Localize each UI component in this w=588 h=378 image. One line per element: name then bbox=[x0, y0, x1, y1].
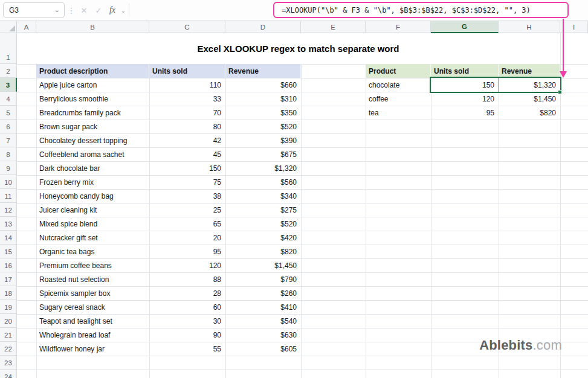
cell-C17[interactable]: 88 bbox=[149, 272, 225, 286]
header-cell-G2[interactable]: Units sold bbox=[431, 64, 499, 78]
cell-B8[interactable]: Coffeeblend aroma sachet bbox=[36, 147, 149, 161]
cell-H5[interactable]: $820 bbox=[499, 106, 560, 120]
cell-B9[interactable]: Dark chocolate bar bbox=[36, 161, 149, 175]
cell-C21[interactable]: 90 bbox=[149, 328, 225, 342]
cell-B18[interactable]: Spicemix sampler box bbox=[36, 286, 149, 300]
cell-C4[interactable]: 33 bbox=[149, 92, 225, 106]
row-header-6[interactable]: 6 bbox=[0, 120, 17, 133]
cell-D3[interactable]: $660 bbox=[225, 78, 301, 92]
enter-icon[interactable]: ✓ bbox=[91, 0, 106, 21]
row-header-11[interactable]: 11 bbox=[0, 189, 17, 203]
row-header-18[interactable]: 18 bbox=[0, 286, 17, 300]
cell-B19[interactable]: Sugary cereal snack bbox=[36, 300, 149, 314]
cell-B11[interactable]: Honeycomb candy bag bbox=[36, 189, 149, 203]
header-cell-C2[interactable]: Units sold bbox=[149, 64, 225, 78]
cell-D14[interactable]: $420 bbox=[225, 231, 301, 245]
cell-D16[interactable]: $1,450 bbox=[225, 258, 301, 272]
row-header-8[interactable]: 8 bbox=[0, 147, 17, 161]
cell-D5[interactable]: $350 bbox=[225, 106, 301, 120]
cell-D18[interactable]: $260 bbox=[225, 286, 301, 300]
cell-C22[interactable]: 55 bbox=[149, 342, 225, 356]
cell-D9[interactable]: $1,320 bbox=[225, 161, 301, 175]
column-header-D[interactable]: D bbox=[225, 21, 301, 33]
cell-C5[interactable]: 70 bbox=[149, 106, 225, 120]
row-header-14[interactable]: 14 bbox=[0, 231, 17, 245]
row-header-13[interactable]: 13 bbox=[0, 217, 17, 231]
cell-C10[interactable]: 75 bbox=[149, 175, 225, 189]
cell-C15[interactable]: 95 bbox=[149, 245, 225, 258]
cell-G4[interactable]: 120 bbox=[431, 92, 499, 106]
cell-F4[interactable]: coffee bbox=[366, 92, 431, 106]
cell-D10[interactable]: $560 bbox=[225, 175, 301, 189]
cell-B14[interactable]: Nutcracker gift set bbox=[36, 231, 149, 245]
cell-C3[interactable]: 110 bbox=[149, 78, 225, 92]
row-header-5[interactable]: 5 bbox=[0, 106, 17, 120]
row-header-1[interactable]: 1 bbox=[0, 33, 17, 64]
cell-B21[interactable]: Wholegrain bread loaf bbox=[36, 328, 149, 342]
row-header-15[interactable]: 15 bbox=[0, 245, 17, 258]
insert-function-icon[interactable]: fx bbox=[106, 0, 119, 21]
row-header-12[interactable]: 12 bbox=[0, 203, 17, 217]
cell-D11[interactable]: $340 bbox=[225, 189, 301, 203]
column-header-H[interactable]: H bbox=[499, 21, 560, 33]
column-header-B[interactable]: B bbox=[36, 21, 149, 33]
select-all-corner[interactable] bbox=[0, 21, 17, 33]
cell-C11[interactable]: 38 bbox=[149, 189, 225, 203]
cell-C13[interactable]: 65 bbox=[149, 217, 225, 231]
row-header-16[interactable]: 16 bbox=[0, 258, 17, 272]
cell-C20[interactable]: 30 bbox=[149, 314, 225, 328]
cell-D13[interactable]: $520 bbox=[225, 217, 301, 231]
row-header-23[interactable]: 23 bbox=[0, 356, 17, 370]
cell-D8[interactable]: $675 bbox=[225, 147, 301, 161]
row-header-22[interactable]: 22 bbox=[0, 342, 17, 356]
cell-D4[interactable]: $310 bbox=[225, 92, 301, 106]
fx-dropdown-icon[interactable]: ⌄ bbox=[119, 0, 128, 21]
header-cell-F2[interactable]: Product bbox=[366, 64, 431, 78]
name-box[interactable]: G3 ⌄ bbox=[3, 2, 65, 18]
row-header-4[interactable]: 4 bbox=[0, 92, 17, 106]
cell-C9[interactable]: 150 bbox=[149, 161, 225, 175]
cell-B16[interactable]: Premium coffee beans bbox=[36, 258, 149, 272]
cell-D12[interactable]: $275 bbox=[225, 203, 301, 217]
row-header-2[interactable]: 2 bbox=[0, 64, 17, 78]
row-header-3[interactable]: 3 bbox=[0, 78, 17, 92]
row-header-20[interactable]: 20 bbox=[0, 314, 17, 328]
spreadsheet-grid[interactable]: Excel XLOOKUP regex to match separate wo… bbox=[0, 21, 588, 378]
column-header-I[interactable]: I bbox=[560, 21, 588, 33]
cell-B17[interactable]: Roasted nut selection bbox=[36, 272, 149, 286]
cell-C14[interactable]: 20 bbox=[149, 231, 225, 245]
cell-B12[interactable]: Juicer cleaning kit bbox=[36, 203, 149, 217]
cell-H4[interactable]: $1,450 bbox=[499, 92, 560, 106]
cell-D6[interactable]: $520 bbox=[225, 120, 301, 133]
formula-input[interactable]: =XLOOKUP("\b" & F3 & "\b", $B$3:$B$22, $… bbox=[273, 2, 569, 18]
cell-C16[interactable]: 120 bbox=[149, 258, 225, 272]
cell-F5[interactable]: tea bbox=[366, 106, 431, 120]
row-header-24[interactable]: 24 bbox=[0, 370, 17, 378]
cell-D17[interactable]: $790 bbox=[225, 272, 301, 286]
cell-D21[interactable]: $630 bbox=[225, 328, 301, 342]
cell-B13[interactable]: Mixed spice blend bbox=[36, 217, 149, 231]
cell-C12[interactable]: 25 bbox=[149, 203, 225, 217]
cell-D7[interactable]: $390 bbox=[225, 133, 301, 147]
cell-D19[interactable]: $410 bbox=[225, 300, 301, 314]
header-cell-D2[interactable]: Revenue bbox=[225, 64, 301, 78]
cell-B6[interactable]: Brown sugar pack bbox=[36, 120, 149, 133]
cell-B3[interactable]: Apple juice carton bbox=[36, 78, 149, 92]
row-header-21[interactable]: 21 bbox=[0, 328, 17, 342]
cell-B10[interactable]: Frozen berry mix bbox=[36, 175, 149, 189]
cell-G5[interactable]: 95 bbox=[431, 106, 499, 120]
cell-B20[interactable]: Teapot and tealight set bbox=[36, 314, 149, 328]
cell-C8[interactable]: 45 bbox=[149, 147, 225, 161]
row-header-19[interactable]: 19 bbox=[0, 300, 17, 314]
cell-B22[interactable]: Wildflower honey jar bbox=[36, 342, 149, 356]
header-cell-H2[interactable]: Revenue bbox=[499, 64, 560, 78]
fill-handle[interactable] bbox=[558, 90, 562, 94]
column-header-F[interactable]: F bbox=[366, 21, 431, 33]
cell-B7[interactable]: Chocolatey dessert topping bbox=[36, 133, 149, 147]
column-header-G[interactable]: G bbox=[431, 21, 499, 33]
cell-C7[interactable]: 42 bbox=[149, 133, 225, 147]
cell-C6[interactable]: 80 bbox=[149, 120, 225, 133]
cell-B15[interactable]: Organic tea bags bbox=[36, 245, 149, 258]
cancel-icon[interactable]: ✕ bbox=[77, 0, 91, 21]
cell-D20[interactable]: $540 bbox=[225, 314, 301, 328]
